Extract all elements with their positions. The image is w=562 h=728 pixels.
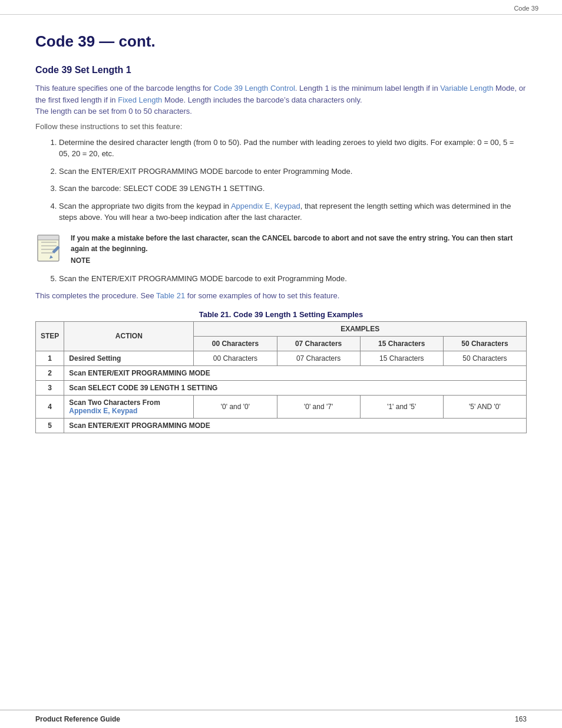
col-ex-3: 15 Characters (360, 336, 443, 351)
val-1-3: 15 Characters (360, 351, 443, 365)
table-header-row: STEP ACTION EXAMPLES (36, 321, 527, 336)
intro-text-5: The length can be set from 0 to 50 chara… (35, 107, 192, 116)
val-1-2: 07 Characters (277, 351, 360, 365)
col-ex-4: 50 Characters (443, 336, 526, 351)
page-container: Code 39 Code 39 — cont. Code 39 Set Leng… (0, 0, 562, 728)
step-5: Scan the ENTER/EXIT PROGRAMMING MODE bar… (59, 273, 527, 285)
link-fixed-length[interactable]: Fixed Length (118, 95, 162, 104)
link-variable-length[interactable]: Variable Length (440, 84, 493, 93)
step-5-list: Scan the ENTER/EXIT PROGRAMMING MODE bar… (59, 273, 527, 285)
footer: Product Reference Guide 163 (0, 710, 562, 728)
note-content: If you make a mistake before the last ch… (71, 233, 527, 265)
top-bar: Code 39 (0, 0, 562, 15)
action-4: Scan Two Characters FromAppendix E, Keyp… (64, 395, 194, 418)
col-action-header: ACTION (64, 321, 194, 351)
completion-text-2: for some examples of how to set this fea… (185, 291, 339, 300)
page-title: Code 39 — cont. (35, 32, 527, 51)
step-num-4: 4 (36, 395, 64, 418)
intro-text-1: This feature specifies one of the barcod… (35, 84, 214, 93)
table-row-2: 2 Scan ENTER/EXIT PROGRAMMING MODE (36, 365, 527, 380)
val-4-1: '0' and '0' (194, 395, 277, 418)
step-1: Determine the desired character length (… (59, 137, 527, 160)
intro-paragraph: This feature specifies one of the barcod… (35, 83, 527, 117)
main-table: STEP ACTION EXAMPLES 00 Characters 07 Ch… (35, 321, 527, 433)
steps-list: Determine the desired character length (… (59, 137, 527, 223)
section-heading: Code 39 Set Length 1 (35, 65, 527, 75)
table-row-4: 4 Scan Two Characters FromAppendix E, Ke… (36, 395, 527, 418)
main-content: Code 39 — cont. Code 39 Set Length 1 Thi… (0, 15, 562, 451)
footer-left: Product Reference Guide (35, 715, 120, 723)
step-2: Scan the ENTER/EXIT PROGRAMMING MODE bar… (59, 166, 527, 177)
intro-text-2: . Length 1 is the minimum label length i… (295, 84, 440, 93)
col-ex-1: 00 Characters (194, 336, 277, 351)
link-code39-length-control[interactable]: Code 39 Length Control (214, 84, 295, 93)
footer-right: 163 (515, 715, 527, 723)
col-ex-2: 07 Characters (277, 336, 360, 351)
table-row-3: 3 Scan SELECT CODE 39 LENGTH 1 SETTING (36, 380, 527, 395)
step-num-3: 3 (36, 380, 64, 395)
val-1-4: 50 Characters (443, 351, 526, 365)
step-num-2: 2 (36, 365, 64, 380)
val-4-3: '1' and '5' (360, 395, 443, 418)
col-step-header: STEP (36, 321, 64, 351)
completion-text-1: This completes the procedure. See (35, 291, 156, 300)
top-bar-label: Code 39 (514, 5, 538, 12)
step-3: Scan the barcode: SELECT CODE 39 LENGTH … (59, 183, 527, 195)
note-label: NOTE (71, 256, 527, 265)
link-appendix-row4[interactable]: Appendix E, Keypad (69, 407, 137, 415)
instructions-intro: Follow these instructions to set this fe… (35, 122, 527, 131)
note-pencil-icon (35, 233, 64, 266)
note-text: If you make a mistake before the last ch… (71, 233, 527, 254)
svg-rect-7 (38, 235, 59, 240)
action-3: Scan SELECT CODE 39 LENGTH 1 SETTING (64, 380, 527, 395)
action-5: Scan ENTER/EXIT PROGRAMMING MODE (64, 418, 527, 433)
action-2: Scan ENTER/EXIT PROGRAMMING MODE (64, 365, 527, 380)
link-table21[interactable]: Table 21 (156, 291, 185, 300)
table-title: Table 21. Code 39 Length 1 Setting Examp… (35, 310, 527, 319)
completion-text: This completes the procedure. See Table … (35, 290, 527, 302)
val-4-2: '0' and '7' (277, 395, 360, 418)
val-1-1: 00 Characters (194, 351, 277, 365)
col-examples-header: EXAMPLES (194, 321, 527, 336)
val-4-4: '5' AND '0' (443, 395, 526, 418)
action-1: Desired Setting (64, 351, 194, 365)
note-box: If you make a mistake before the last ch… (35, 233, 527, 266)
intro-text-4: Mode. Length includes the barcode’s data… (162, 95, 362, 104)
step-4: Scan the appropriate two digits from the… (59, 200, 527, 223)
step-num-1: 1 (36, 351, 64, 365)
step-num-5: 5 (36, 418, 64, 433)
table-row-5: 5 Scan ENTER/EXIT PROGRAMMING MODE (36, 418, 527, 433)
link-appendix-e[interactable]: Appendix E, Keypad (231, 202, 300, 210)
table-row-1: 1 Desired Setting 00 Characters 07 Chara… (36, 351, 527, 365)
